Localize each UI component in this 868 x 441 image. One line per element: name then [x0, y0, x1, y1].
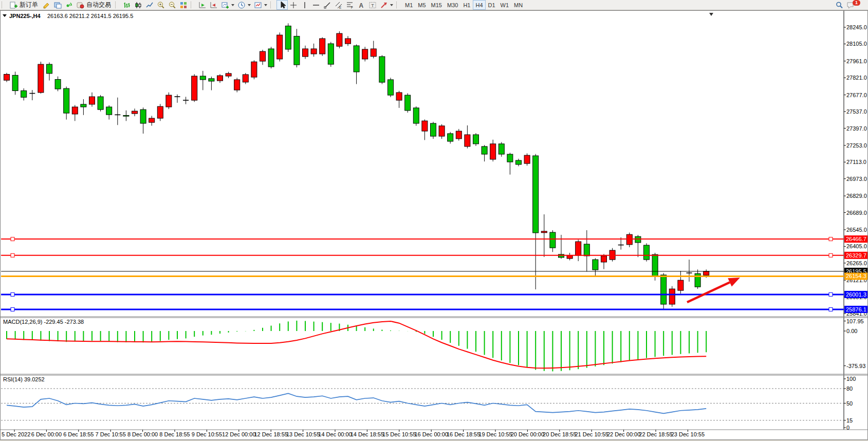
- toolbar-tf-h1-button[interactable]: H1: [460, 0, 473, 10]
- toolbar-grip: [191, 2, 195, 8]
- toolbar-tf-m1-label: M1: [404, 2, 414, 8]
- line-handle[interactable]: [11, 237, 14, 241]
- line-handle[interactable]: [11, 292, 14, 296]
- notification-badge: 1: [853, 0, 860, 6]
- candle: [431, 122, 436, 139]
- toolbar-zoom-out-button[interactable]: [167, 0, 178, 10]
- toolbar-tf-d1-button[interactable]: D1: [486, 0, 498, 10]
- toolbar-arrows-button[interactable]: [378, 0, 395, 10]
- toolbar-chart-shift-button[interactable]: [208, 0, 219, 10]
- toolbar-tf-m1-button[interactable]: M1: [402, 0, 415, 10]
- time-label: 22 Dec 00:00: [607, 431, 640, 437]
- macd-tick-label: 0.00: [846, 328, 857, 334]
- candle: [157, 104, 163, 121]
- toolbar-tf-m5-label: M5: [417, 2, 427, 8]
- chart-shift-icon: [210, 1, 218, 9]
- line-handle[interactable]: [829, 237, 833, 241]
- svg-text:T: T: [371, 3, 374, 8]
- dropdown-caret-icon[interactable]: [390, 4, 393, 6]
- toolbar-metaeditor-button[interactable]: [41, 0, 52, 10]
- svg-text:26001.3: 26001.3: [846, 291, 866, 298]
- rsi-tick-label: 15: [846, 417, 853, 424]
- metaeditor-icon: [42, 1, 50, 9]
- crosshair-icon: [289, 1, 298, 9]
- toolbar-grip: [270, 2, 274, 8]
- toolbar-new-chart-button[interactable]: [219, 0, 236, 10]
- line-handle[interactable]: [829, 307, 833, 311]
- toolbar-vertical-line-button[interactable]: [299, 0, 310, 10]
- candle: [285, 23, 291, 52]
- time-label: 14 Dec 18:55: [350, 431, 384, 437]
- horizontal-line-icon: [312, 1, 320, 9]
- candle: [644, 243, 650, 261]
- dropdown-caret-icon[interactable]: [248, 4, 251, 6]
- rsi-label: RSI(14) 39.0252: [3, 376, 45, 382]
- line-handle[interactable]: [11, 253, 14, 257]
- dropdown-caret-icon[interactable]: [231, 4, 234, 6]
- toolbar-cursor-button[interactable]: [276, 0, 288, 10]
- candle: [38, 62, 44, 94]
- zoom-in-icon: [157, 1, 165, 9]
- dropdown-caret-icon[interactable]: [264, 4, 267, 6]
- periods-icon: [237, 1, 246, 9]
- toolbar-zoom-in-button[interactable]: [155, 0, 167, 10]
- line-handle[interactable]: [11, 307, 14, 311]
- toolbar-notifications-button[interactable]: 1: [845, 0, 865, 10]
- candle: [234, 78, 240, 92]
- price-tick-label: 26689.0: [846, 210, 867, 216]
- time-label: 12 Dec 18:55: [254, 431, 287, 437]
- candle: [405, 93, 411, 113]
- toolbar-equidistant-channel-button[interactable]: E: [333, 0, 344, 10]
- text-label-icon: T: [368, 1, 377, 9]
- line-handle[interactable]: [829, 253, 833, 257]
- toolbar-line-chart-button[interactable]: [144, 0, 155, 10]
- toolbar-bar-chart-button[interactable]: [121, 0, 133, 10]
- toolbar-periods-button[interactable]: [236, 0, 252, 10]
- autotrading-icon: [76, 1, 84, 9]
- toolbar-trendline-button[interactable]: [322, 0, 333, 10]
- toolbar-new-order-button[interactable]: 新订单: [8, 0, 41, 10]
- toolbar-fibonacci-button[interactable]: F: [344, 0, 356, 10]
- price-tick-label: 27253.0: [846, 142, 867, 149]
- toolbar-autotrading-button[interactable]: 自动交易: [75, 0, 114, 10]
- toolbar-charts-button[interactable]: [52, 0, 63, 10]
- toolbar-tf-h4-button[interactable]: H4: [473, 0, 485, 10]
- price-badge: 26001.3: [844, 291, 868, 298]
- toolbar-tf-m30-button[interactable]: M30: [445, 0, 460, 10]
- svg-text:26154.3: 26154.3: [846, 273, 866, 279]
- time-label: 8 Dec 18:55: [159, 431, 190, 437]
- bar-chart-icon: [123, 1, 131, 9]
- toolbar-auto-scroll-button[interactable]: [197, 0, 208, 10]
- toolbar-text-button[interactable]: A: [356, 0, 367, 10]
- time-label: 20 Dec 18:55: [543, 431, 576, 437]
- toolbar-grip: [115, 2, 119, 8]
- toolbar-templates-button[interactable]: [252, 0, 269, 10]
- toolbar-tile-windows-button[interactable]: [178, 0, 189, 10]
- rsi-tick-label: 50: [846, 400, 853, 407]
- svg-text:E: E: [339, 6, 342, 9]
- candle: [473, 133, 479, 146]
- toolbar-tf-m5-button[interactable]: M5: [415, 0, 428, 10]
- svg-text:A: A: [359, 2, 364, 9]
- toolbar-tf-mn-button[interactable]: MN: [511, 0, 525, 10]
- toolbar-horizontal-line-button[interactable]: [310, 0, 322, 10]
- toolbar-text-label-button[interactable]: T: [367, 0, 378, 10]
- toolbar-crosshair-button[interactable]: [288, 0, 299, 10]
- line-chart-icon: [145, 1, 154, 9]
- price-badge: 26154.3: [844, 272, 868, 280]
- toolbar-search-button[interactable]: [834, 0, 845, 10]
- toolbar-tf-mn-label: MN: [513, 2, 524, 8]
- toolbar-signals-button[interactable]: [63, 0, 75, 10]
- toolbar-tf-w1-button[interactable]: W1: [498, 0, 512, 10]
- time-label: 12 Dec 00:00: [222, 431, 255, 437]
- line-handle[interactable]: [829, 292, 833, 296]
- candle: [388, 78, 394, 97]
- candle: [669, 286, 675, 307]
- toolbar-tf-m15-button[interactable]: M15: [429, 0, 445, 10]
- toolbar-tf-m30-label: M30: [446, 2, 459, 8]
- candle: [268, 47, 274, 68]
- chart-plot-area[interactable]: [1, 12, 844, 317]
- cursor-icon: [278, 1, 286, 9]
- toolbar-candlestick-chart-button[interactable]: [133, 0, 144, 10]
- time-axis[interactable]: 5 Dec 20226 Dec 00:006 Dec 18:557 Dec 10…: [2, 430, 705, 437]
